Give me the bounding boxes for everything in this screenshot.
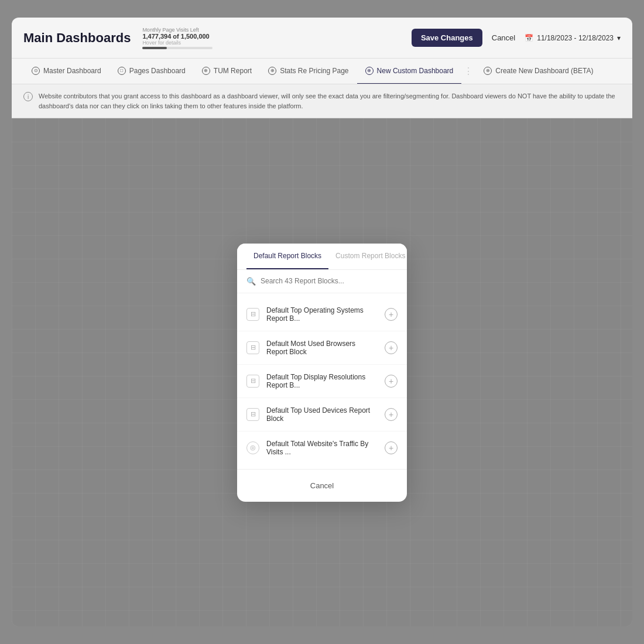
item-add-button[interactable]: +: [385, 375, 398, 388]
item-label: Default Top Used Devices Report Block: [266, 406, 378, 423]
modal-search-row: 🔍: [237, 270, 407, 293]
nav-separator: ⋮: [461, 66, 475, 77]
tab-master-icon: ⊙: [32, 67, 40, 75]
tab-tum-icon: ⊕: [202, 67, 210, 75]
item-label: Default Total Website's Traffic By Visit…: [266, 440, 378, 456]
list-item[interactable]: ◎ Default Total Website's Traffic By Vis…: [237, 431, 407, 464]
item-block-icon: ⊟: [246, 341, 259, 354]
progress-bar-wrap: [142, 47, 213, 49]
list-item[interactable]: ⊟ Default Most Used Browsers Report Bloc…: [237, 331, 407, 365]
item-add-button[interactable]: +: [385, 441, 398, 454]
tab-pages-icon: □: [118, 67, 126, 75]
tab-new-custom-label: New Custom Dashboard: [377, 67, 454, 75]
item-circle-icon: ◎: [246, 441, 259, 454]
tab-tum-label: TUM Report: [214, 67, 252, 75]
tab-stats-icon: ⊕: [268, 67, 276, 75]
tab-create[interactable]: ⊕ Create New Dashboard (BETA): [475, 59, 601, 84]
tab-create-label: Create New Dashboard (BETA): [495, 67, 593, 75]
calendar-icon: 📅: [525, 34, 533, 42]
page-visits-meta: Monthly Page Visits Left 1,477,394 of 1,…: [142, 27, 213, 49]
info-text: Website contributors that you grant acce…: [39, 91, 621, 111]
search-input[interactable]: [261, 277, 398, 285]
item-add-button[interactable]: +: [385, 341, 398, 354]
item-block-icon: ⊟: [246, 408, 259, 421]
monthly-label: Monthly Page Visits Left: [142, 27, 213, 33]
hover-label: Hover for details: [142, 40, 213, 46]
modal-overlay: Default Report Blocks Custom Report Bloc…: [12, 118, 632, 626]
tab-master-label: Master Dashboard: [43, 67, 101, 75]
item-block-icon: ⊟: [246, 375, 259, 388]
tab-new-custom[interactable]: ⊕ New Custom Dashboard: [357, 59, 462, 84]
tab-pages[interactable]: □ Pages Dashboard: [109, 59, 194, 84]
modal-cancel-button[interactable]: Cancel: [301, 479, 343, 492]
tab-tum[interactable]: ⊕ TUM Report: [194, 59, 260, 84]
search-icon: 🔍: [246, 277, 256, 286]
progress-bar-fill: [142, 47, 167, 49]
info-banner: i Website contributors that you grant ac…: [12, 84, 632, 118]
info-icon: i: [23, 92, 33, 101]
header: Main Dashboards Monthly Page Visits Left…: [12, 18, 632, 59]
tab-create-icon: ⊕: [484, 67, 492, 75]
modal-list: ⊟ Default Top Operating Systems Report B…: [237, 293, 407, 469]
tab-new-custom-icon: ⊕: [365, 67, 374, 75]
tab-master[interactable]: ⊙ Master Dashboard: [23, 59, 109, 84]
cancel-header-button[interactable]: Cancel: [489, 29, 518, 47]
header-actions: Save Changes Cancel 📅 11/18/2023 - 12/18…: [412, 29, 621, 47]
item-add-button[interactable]: +: [385, 408, 398, 421]
visits-value: 1,477,394 of 1,500,000: [142, 33, 213, 40]
tab-stats[interactable]: ⊕ Stats Re Pricing Page: [260, 59, 357, 84]
tab-stats-label: Stats Re Pricing Page: [280, 67, 348, 75]
list-item[interactable]: ⊟ Default Top Display Resolutions Report…: [237, 365, 407, 398]
date-range-value: 11/18/2023 - 12/18/2023: [537, 34, 614, 42]
main-content: Default Report Blocks Custom Report Bloc…: [12, 118, 632, 626]
item-add-button[interactable]: +: [385, 308, 398, 321]
save-changes-button[interactable]: Save Changes: [412, 29, 482, 47]
item-block-icon: ⊟: [246, 308, 259, 321]
item-label: Default Most Used Browsers Report Block: [266, 340, 378, 356]
date-range-picker[interactable]: 📅 11/18/2023 - 12/18/2023 ▾: [525, 34, 621, 42]
list-item[interactable]: ⊟ Default Top Operating Systems Report B…: [237, 298, 407, 331]
modal-tabs: Default Report Blocks Custom Report Bloc…: [237, 244, 407, 270]
modal-tab-default[interactable]: Default Report Blocks: [246, 244, 328, 269]
item-label: Default Top Operating Systems Report B..…: [266, 306, 378, 323]
item-label: Default Top Display Resolutions Report B…: [266, 373, 378, 389]
chevron-down-icon: ▾: [617, 34, 621, 42]
page-title: Main Dashboards: [23, 30, 131, 46]
nav-tabs: ⊙ Master Dashboard □ Pages Dashboard ⊕ T…: [12, 59, 632, 84]
modal-tab-custom[interactable]: Custom Report Blocks: [328, 244, 407, 269]
tab-pages-label: Pages Dashboard: [129, 67, 186, 75]
modal-footer: Cancel: [237, 469, 407, 502]
list-item[interactable]: ⊟ Default Top Used Devices Report Block …: [237, 398, 407, 431]
report-blocks-modal: Default Report Blocks Custom Report Bloc…: [237, 244, 407, 502]
